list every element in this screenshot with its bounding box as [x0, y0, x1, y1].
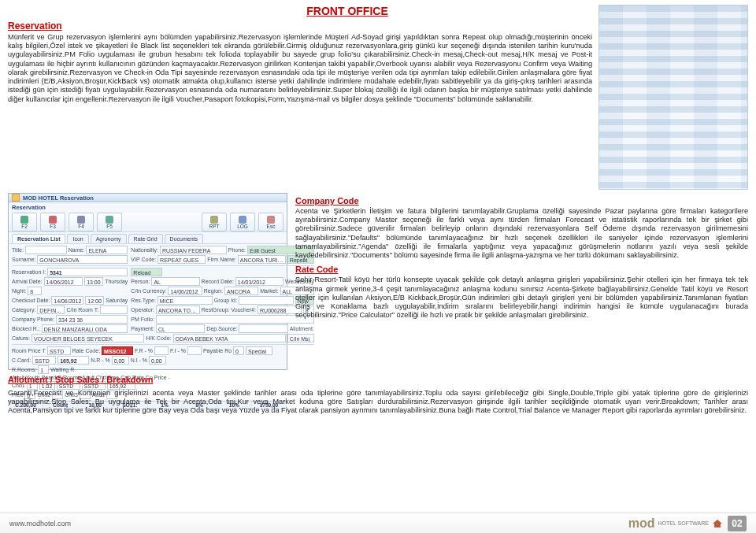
window-titlebar: MOD HOTEL Reservation — [9, 194, 287, 202]
roompricet-input[interactable]: SSTD — [47, 346, 71, 355]
resvid-input[interactable]: 5341 — [47, 268, 128, 276]
price-input[interactable]: 165,92 — [57, 356, 89, 365]
cinroom-input[interactable] — [100, 305, 128, 314]
arrival-input[interactable]: 14/06/2012 — [44, 277, 83, 286]
nat-input[interactable]: RUSSIAN FEDERA — [160, 246, 227, 254]
lbl-op: Operator: — [131, 307, 154, 313]
name-input[interactable]: ELENA — [86, 246, 128, 254]
reservation-para: Münferit ve Grup rezervasyon işlemlerini… — [8, 33, 592, 104]
tab-rate-grid[interactable]: Rate Grid — [128, 234, 163, 243]
esc-button[interactable]: Esc — [258, 213, 284, 231]
window-section: Reservation — [9, 202, 287, 213]
lbl-fr: F.R - % — [135, 348, 153, 353]
title-input[interactable] — [25, 246, 67, 254]
lbl-ratecode: Rate Code: — [72, 348, 100, 353]
lbl-roomprice: Room Price T — [12, 348, 46, 353]
recdate-input[interactable]: 14/03/2012 — [235, 277, 284, 286]
lbl-person: Person: — [131, 279, 150, 284]
fr-input[interactable] — [154, 346, 169, 355]
lbl-price2: Price - — [154, 375, 170, 380]
cat-input[interactable]: DEFINITE — [37, 305, 65, 314]
lbl-waitingr: Waiting R. — [50, 367, 76, 372]
company-para: Acenta ve Şirketlerin İletişim ve fatura… — [295, 207, 748, 260]
lbl-region: Region: — [204, 288, 223, 294]
lbl-cat: Category: — [12, 307, 35, 313]
hk-input[interactable]: ODAYA BEBEK YATA — [173, 334, 286, 342]
lbl-sat: Saturday — [106, 298, 128, 303]
op-input[interactable]: ANCORA TOUR. TİC — [156, 305, 200, 314]
print-button[interactable]: F4 — [69, 213, 94, 231]
tab-documents[interactable]: Documents — [165, 234, 203, 243]
lbl-payable: Payable Ro — [203, 348, 232, 353]
region-input[interactable]: ANCORA — [224, 287, 258, 295]
ni-input[interactable]: 0,00 — [149, 356, 166, 365]
lbl-blockedr: Blocked R.: — [12, 326, 40, 331]
payment-input[interactable]: CL — [156, 324, 205, 333]
lbl-restgrp: RestGroup: — [202, 307, 230, 313]
logo-sub: HOTEL SOFTWARE — [658, 520, 709, 526]
special-btn[interactable]: Special — [246, 346, 272, 355]
lbl-ccard: C.Card: — [12, 357, 31, 363]
page-footer: www.modhotel.com mod HOTEL SOFTWARE 02 — [0, 513, 756, 533]
lbl-nat: Nationality: — [131, 247, 158, 253]
lbl-resvid: Reservation I: — [12, 269, 46, 275]
fi-input[interactable] — [187, 346, 202, 355]
ratecode-input[interactable]: MSSO12 — [102, 346, 133, 355]
tab-reservation-list[interactable]: Reservation List — [12, 234, 65, 243]
lbl-groupid: Group Id: — [214, 298, 237, 303]
firm-input[interactable]: ANCORA TURIZM — [238, 255, 286, 264]
reload-btn[interactable]: Reload — [131, 268, 162, 276]
arrtime-input[interactable]: 13:00 — [84, 277, 103, 286]
lbl-voucher: Voucher#: — [232, 307, 257, 313]
depsource-input[interactable] — [239, 324, 287, 333]
compphone-input[interactable]: 334 23 36 — [56, 315, 128, 324]
checkout-input[interactable]: 14/06/2012 — [51, 296, 83, 305]
lbl-cinroom: C/In Room T: — [66, 307, 98, 313]
pmfolio-input[interactable] — [156, 315, 314, 324]
cin-input[interactable]: 14/06/2012 — [168, 287, 202, 295]
front-office-title: FRONT OFFICE — [102, 5, 592, 17]
catura-input[interactable]: VOUCHER BELGES SEYECEK — [32, 334, 144, 342]
logo-main: mod — [628, 516, 655, 531]
person-input[interactable]: AL — [151, 277, 199, 286]
lbl-firm: Firm Name: — [207, 257, 236, 262]
tab-agronomy[interactable]: Agronomy — [91, 234, 127, 243]
surname-input[interactable]: GONCHAROVA — [37, 255, 128, 264]
payable-input[interactable]: 0 — [233, 346, 244, 355]
save-button[interactable]: F2 — [12, 213, 37, 231]
logo: mod HOTEL SOFTWARE — [628, 516, 723, 531]
f5-button[interactable]: F5 — [97, 213, 122, 231]
lbl-hk: H/K Code: — [146, 335, 171, 341]
nr-input[interactable]: 0,00 — [112, 356, 129, 365]
rpt-button[interactable]: RPT — [202, 213, 227, 231]
restype-input[interactable]: MICE — [158, 296, 213, 305]
lbl-depsource: Dep.Source: — [206, 326, 237, 331]
rate-hdg: Rate Code — [295, 265, 748, 274]
delete-button[interactable]: F3 — [40, 213, 65, 231]
lbl-ni: N.I - % — [131, 357, 147, 363]
lbl-nr: N.R - % — [91, 357, 110, 363]
lbl-market: Market: — [260, 288, 278, 294]
lbl-surname: Surname: — [12, 257, 35, 262]
lbl-rrooms: R.Rooms: — [12, 367, 36, 372]
cotime-input[interactable]: 12:00 — [85, 296, 104, 305]
log-button[interactable]: LOG — [230, 213, 255, 231]
app-screenshot-thumb — [598, 5, 748, 190]
night-input[interactable]: 8 — [28, 287, 42, 295]
lbl-title: Title: — [12, 247, 24, 253]
window-tabs: Reservation List Icon Agronomy Rate Grid… — [9, 232, 287, 244]
tab-icon[interactable]: Icon — [67, 234, 88, 243]
lbl-compphone: Company Phone: — [12, 316, 54, 322]
groupid-input[interactable] — [239, 296, 294, 305]
lbl-catura: Catura: — [12, 335, 30, 341]
vip-input[interactable]: REPEAT GUES — [158, 255, 206, 264]
blockedr-input[interactable]: DENIZ MANZARALI ODA — [42, 324, 128, 333]
lbl-vip: VIP Code: — [131, 257, 156, 262]
ccard-input[interactable]: SSTD — [32, 356, 56, 365]
house-icon — [712, 518, 723, 529]
reservation-hdg: Reservation — [8, 20, 592, 31]
rrooms-input[interactable]: 1 — [38, 365, 49, 374]
window-toolbar: F2 F3 F4 F5 RPT LOG Esc — [9, 213, 287, 232]
lbl-recdate: Record Date: — [202, 279, 234, 284]
lbl-checkout: Checkout Date: — [12, 298, 50, 303]
